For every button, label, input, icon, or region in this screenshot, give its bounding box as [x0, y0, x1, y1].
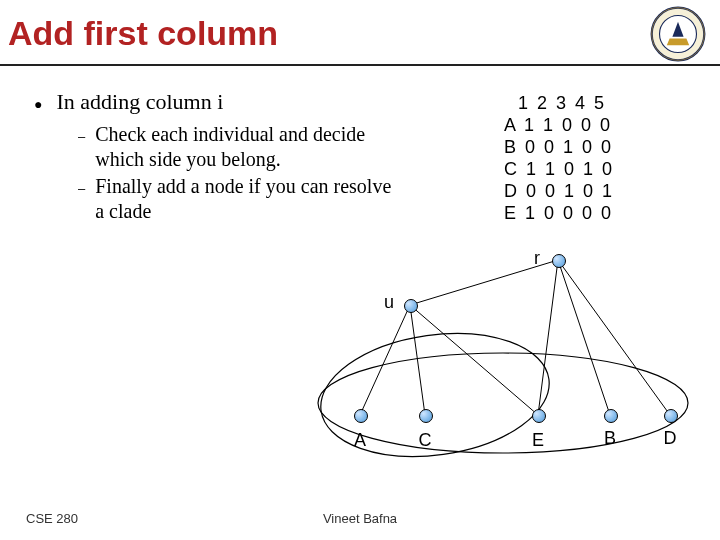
bullet-list: ● In adding column i – Check each indivi…	[34, 88, 394, 226]
node-e	[532, 409, 546, 423]
uc-seal-icon	[650, 6, 706, 62]
svg-line-5	[558, 260, 610, 415]
label-r: r	[534, 248, 540, 269]
label-a: A	[350, 430, 370, 451]
bullet-icon: ●	[34, 96, 42, 114]
slide: Add first column ● In adding column i – …	[0, 0, 720, 540]
svg-line-6	[558, 260, 670, 415]
label-u: u	[384, 292, 394, 313]
node-c	[419, 409, 433, 423]
matrix-header: 1 2 3 4 5	[504, 93, 606, 113]
matrix-row: C 1 1 0 1 0	[504, 159, 614, 179]
node-d	[664, 409, 678, 423]
matrix-row: A 1 1 0 0 0	[504, 115, 612, 135]
slide-body: ● In adding column i – Check each indivi…	[0, 66, 720, 226]
footer-author: Vineet Bafna	[0, 511, 720, 526]
data-matrix: 1 2 3 4 5 A 1 1 0 0 0 B 0 0 1 0 0 C 1 1 …	[504, 93, 614, 225]
bullet-level1: ● In adding column i	[34, 88, 394, 116]
label-d: D	[660, 428, 680, 449]
dash-icon: –	[78, 181, 85, 197]
matrix-row: E 1 0 0 0 0	[504, 203, 613, 223]
node-u	[404, 299, 418, 313]
slide-title: Add first column	[8, 15, 278, 52]
svg-line-9	[410, 305, 538, 415]
svg-line-8	[410, 305, 425, 415]
node-a	[354, 409, 368, 423]
node-b	[604, 409, 618, 423]
dash-icon: –	[78, 129, 85, 145]
label-b: B	[600, 428, 620, 449]
node-r	[552, 254, 566, 268]
bullet-l1-text: In adding column i	[56, 88, 223, 116]
bullet-level2: – Check each individual and decide which…	[78, 122, 394, 172]
label-c: C	[415, 430, 435, 451]
tree-diagram: r u A C E B D	[300, 240, 700, 480]
matrix-row: D 0 0 1 0 1	[504, 181, 614, 201]
sub-bullets: – Check each individual and decide which…	[78, 122, 394, 224]
bullet-l2a-text: Check each individual and decide which s…	[95, 122, 394, 172]
matrix-row: B 0 0 1 0 0	[504, 137, 613, 157]
title-bar: Add first column	[0, 0, 720, 66]
bullet-l2b-text: Finally add a node if you can resolve a …	[95, 174, 394, 224]
bullet-level2: – Finally add a node if you can resolve …	[78, 174, 394, 224]
svg-line-7	[360, 305, 410, 415]
svg-point-10	[318, 353, 688, 453]
label-e: E	[528, 430, 548, 451]
